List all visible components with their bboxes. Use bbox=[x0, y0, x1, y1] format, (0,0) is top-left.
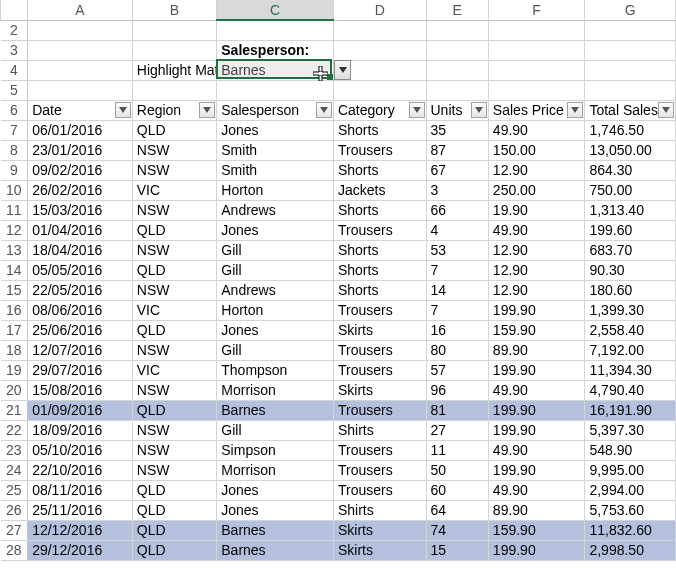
cell-total[interactable]: 683.70 bbox=[585, 240, 676, 260]
cell-price[interactable]: 150.00 bbox=[488, 140, 585, 160]
table-row[interactable]: 2625/11/2016QLDJonesShirts6489.905,753.6… bbox=[1, 500, 676, 520]
cell-price[interactable]: 12.90 bbox=[488, 160, 585, 180]
table-row[interactable]: 1318/04/2016NSWGillShorts5312.90683.70 bbox=[1, 240, 676, 260]
filter-units[interactable] bbox=[471, 102, 487, 118]
cell-salesperson[interactable]: Horton bbox=[217, 180, 334, 200]
column-header-C[interactable]: C bbox=[217, 0, 334, 20]
cell-units[interactable]: 81 bbox=[426, 400, 488, 420]
row-header[interactable]: 20 bbox=[1, 380, 28, 400]
cell-region[interactable]: VIC bbox=[132, 300, 217, 320]
cell-region[interactable]: QLD bbox=[132, 120, 217, 140]
cell-category[interactable]: Shorts bbox=[333, 120, 426, 140]
row-header[interactable]: 12 bbox=[1, 220, 28, 240]
cell-salesperson[interactable]: Gill bbox=[217, 240, 334, 260]
cell-region[interactable]: QLD bbox=[132, 320, 217, 340]
cell[interactable] bbox=[585, 60, 676, 80]
cell-region[interactable]: QLD bbox=[132, 220, 217, 240]
cell[interactable] bbox=[217, 80, 334, 100]
cell-total[interactable]: 11,832.60 bbox=[585, 520, 676, 540]
cell[interactable] bbox=[132, 80, 217, 100]
cell-units[interactable]: 57 bbox=[426, 360, 488, 380]
cell-date[interactable]: 09/02/2016 bbox=[28, 160, 133, 180]
cell-units[interactable]: 14 bbox=[426, 280, 488, 300]
table-row[interactable]: 706/01/2016QLDJonesShorts3549.901,746.50 bbox=[1, 120, 676, 140]
cell-price[interactable]: 12.90 bbox=[488, 240, 585, 260]
table-row[interactable]: 2422/10/2016NSWMorrisonTrousers50199.909… bbox=[1, 460, 676, 480]
cell-region[interactable]: QLD bbox=[132, 540, 217, 560]
row-header[interactable]: 28 bbox=[1, 540, 28, 560]
filter-salesperson[interactable] bbox=[316, 102, 332, 118]
cell-date[interactable]: 15/08/2016 bbox=[28, 380, 133, 400]
cell-total[interactable]: 9,995.00 bbox=[585, 460, 676, 480]
cell-price[interactable]: 199.90 bbox=[488, 460, 585, 480]
cell-salesperson[interactable]: Morrison bbox=[217, 460, 334, 480]
cell-date[interactable]: 18/09/2016 bbox=[28, 420, 133, 440]
row-header[interactable]: 23 bbox=[1, 440, 28, 460]
cell-date[interactable]: 25/06/2016 bbox=[28, 320, 133, 340]
cell-price[interactable]: 49.90 bbox=[488, 440, 585, 460]
cell-category[interactable]: Shorts bbox=[333, 280, 426, 300]
cell-category[interactable]: Skirts bbox=[333, 320, 426, 340]
cell-price[interactable]: 49.90 bbox=[488, 120, 585, 140]
cell-total[interactable]: 11,394.30 bbox=[585, 360, 676, 380]
cell-salesperson[interactable]: Jones bbox=[217, 480, 334, 500]
cell-salesperson[interactable]: Horton bbox=[217, 300, 334, 320]
cell-category[interactable]: Trousers bbox=[333, 440, 426, 460]
spreadsheet-grid[interactable]: ABCDEFG 23Salesperson:4Highlight Matches… bbox=[0, 0, 676, 561]
column-header-A[interactable]: A bbox=[28, 0, 133, 20]
cell[interactable] bbox=[333, 40, 426, 60]
cell-units[interactable]: 7 bbox=[426, 300, 488, 320]
filter-region[interactable] bbox=[199, 102, 215, 118]
row-header[interactable]: 18 bbox=[1, 340, 28, 360]
cell[interactable] bbox=[488, 60, 585, 80]
row-header[interactable]: 10 bbox=[1, 180, 28, 200]
cell-category[interactable]: Shorts bbox=[333, 160, 426, 180]
cell-salesperson[interactable]: Jones bbox=[217, 220, 334, 240]
cell-units[interactable]: 87 bbox=[426, 140, 488, 160]
cell-salesperson[interactable]: Smith bbox=[217, 140, 334, 160]
cell-price[interactable]: 12.90 bbox=[488, 280, 585, 300]
col-salesprice[interactable]: Sales Price bbox=[488, 100, 585, 120]
cell-units[interactable]: 7 bbox=[426, 260, 488, 280]
cell-units[interactable]: 67 bbox=[426, 160, 488, 180]
table-row[interactable]: 1201/04/2016QLDJonesTrousers449.90199.60 bbox=[1, 220, 676, 240]
column-header-F[interactable]: F bbox=[488, 0, 585, 20]
cell-price[interactable]: 12.90 bbox=[488, 260, 585, 280]
cell[interactable] bbox=[333, 20, 426, 40]
cell-date[interactable]: 05/05/2016 bbox=[28, 260, 133, 280]
cell-price[interactable]: 49.90 bbox=[488, 380, 585, 400]
table-row[interactable]: 1725/06/2016QLDJonesSkirts16159.902,558.… bbox=[1, 320, 676, 340]
filter-date[interactable] bbox=[115, 102, 131, 118]
cell-salesperson[interactable]: Jones bbox=[217, 320, 334, 340]
cell-units[interactable]: 53 bbox=[426, 240, 488, 260]
cell-total[interactable]: 13,050.00 bbox=[585, 140, 676, 160]
cell-units[interactable]: 15 bbox=[426, 540, 488, 560]
cell-total[interactable]: 548.90 bbox=[585, 440, 676, 460]
cell-salesperson[interactable]: Smith bbox=[217, 160, 334, 180]
cell-region[interactable]: QLD bbox=[132, 520, 217, 540]
cell-units[interactable]: 35 bbox=[426, 120, 488, 140]
row-header[interactable]: 13 bbox=[1, 240, 28, 260]
cell-region[interactable]: NSW bbox=[132, 340, 217, 360]
cell[interactable] bbox=[585, 40, 676, 60]
cell[interactable] bbox=[426, 60, 488, 80]
cell-price[interactable]: 199.90 bbox=[488, 540, 585, 560]
column-header-B[interactable]: B bbox=[132, 0, 217, 20]
row-header[interactable]: 14 bbox=[1, 260, 28, 280]
cell-total[interactable]: 4,790.40 bbox=[585, 380, 676, 400]
cell-date[interactable]: 22/10/2016 bbox=[28, 460, 133, 480]
cell-category[interactable]: Trousers bbox=[333, 140, 426, 160]
cell-units[interactable]: 60 bbox=[426, 480, 488, 500]
col-salesperson[interactable]: Salesperson bbox=[217, 100, 334, 120]
table-row[interactable]: 2218/09/2016NSWGillShirts27199.905,397.3… bbox=[1, 420, 676, 440]
cell[interactable] bbox=[488, 40, 585, 60]
cell-price[interactable]: 89.90 bbox=[488, 340, 585, 360]
cell-date[interactable]: 22/05/2016 bbox=[28, 280, 133, 300]
cell-region[interactable]: NSW bbox=[132, 460, 217, 480]
cell-salesperson[interactable]: Barnes bbox=[217, 520, 334, 540]
table-row[interactable]: 1812/07/2016NSWGillTrousers8089.907,192.… bbox=[1, 340, 676, 360]
cell-date[interactable]: 29/12/2016 bbox=[28, 540, 133, 560]
cell-units[interactable]: 64 bbox=[426, 500, 488, 520]
cell-salesperson[interactable]: Barnes bbox=[217, 540, 334, 560]
col-totalsales[interactable]: Total Sales bbox=[585, 100, 676, 120]
